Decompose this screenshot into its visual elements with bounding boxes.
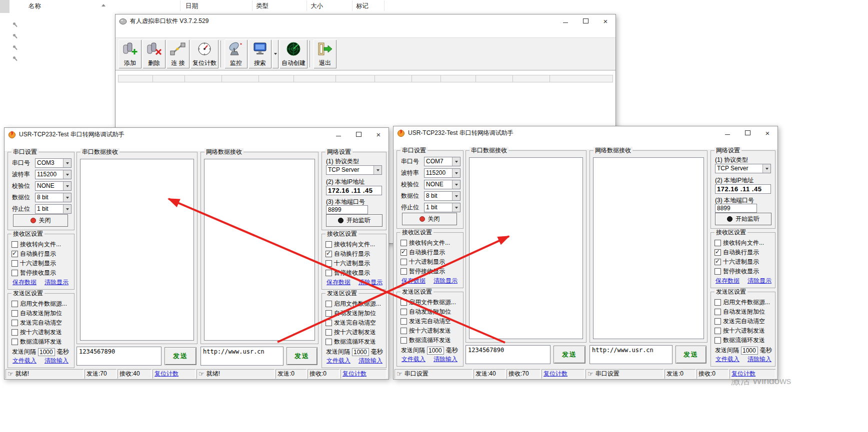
net-send-input[interactable] [200,347,284,366]
setting-select[interactable]: 1 bit [35,204,72,214]
table-header-cell[interactable] [375,75,412,82]
save-data-link[interactable]: 保存数据 [716,277,740,285]
explorer-column-name[interactable]: 名称 [28,2,41,10]
chevron-down-icon[interactable] [762,164,770,173]
maximize-button[interactable] [738,126,758,139]
setting-select[interactable]: COM7 [424,157,460,166]
setting-select[interactable]: 8 bit [424,191,460,201]
explorer-column-date[interactable]: 日期 [186,2,198,10]
checkbox[interactable]: 暂停接收显示 [326,268,385,278]
net-send-button[interactable]: 发送 [286,347,318,365]
table-header-cell[interactable] [550,75,613,82]
checkbox[interactable]: 按十六进制发送 [400,326,462,336]
checkbox[interactable]: 十六进制显示 [714,257,774,267]
minimize-button[interactable] [718,126,738,139]
explorer-column-type[interactable]: 类型 [256,2,268,10]
net-send-button[interactable]: 发送 [676,346,706,364]
checkbox[interactable]: 发送完自动清空 [12,318,73,328]
load-file-link[interactable]: 文件载入 [402,355,426,364]
table-header-cell[interactable] [441,75,476,82]
window-titlebar[interactable]: USR-TCP232-Test 串口转网络调试助手 × [394,126,778,139]
search-button[interactable]: 搜索 [248,39,272,68]
serial-recv-area[interactable] [469,157,583,339]
chevron-down-icon[interactable] [452,192,460,200]
port-table-row[interactable] [118,82,613,91]
serial-send-button[interactable]: 发送 [554,346,586,364]
interval-input[interactable] [352,348,369,356]
checkbox[interactable]: 接收转向文件... [326,240,385,249]
search-dropdown-arrow[interactable] [272,39,278,68]
reset-count-link[interactable]: 复位计数 [732,370,756,378]
interval-input[interactable] [741,347,758,355]
setting-select[interactable]: NONE [35,181,72,191]
explorer-column-tags[interactable]: 标记 [356,2,368,10]
exit-button[interactable]: 退出 [314,39,336,68]
table-header-cell[interactable] [118,75,153,82]
checkbox[interactable]: 自动换行显示 [12,249,73,259]
chevron-down-icon[interactable] [63,193,71,202]
chevron-down-icon[interactable] [63,159,71,167]
window-titlebar[interactable]: USR-TCP232-Test 串口转网络调试助手 × [4,128,388,141]
serial-send-input[interactable] [466,345,550,364]
table-header-cell[interactable] [336,75,375,82]
clear-input-link[interactable]: 清除输入 [434,355,458,364]
checkbox[interactable]: 数据流循环发送 [326,337,385,347]
checkbox[interactable]: 暂停接收显示 [400,267,462,276]
checkbox[interactable]: 启用文件数据源... [714,298,774,307]
serial-send-button[interactable]: 发送 [164,347,196,365]
checkbox[interactable]: 按十六进制发送 [326,328,385,337]
start-listen-button[interactable]: 开始监听 [326,214,382,227]
connect-button[interactable]: 连 接 [166,39,190,68]
checkbox[interactable]: 发送完自动清空 [400,317,462,326]
clear-input-link[interactable]: 清除输入 [44,357,68,365]
table-header-cell[interactable] [153,75,185,82]
checkbox[interactable]: 数据流循环发送 [714,336,774,345]
checkbox[interactable]: 自动换行显示 [714,248,774,257]
setting-select[interactable]: 1 bit [424,203,460,212]
local-ip-input[interactable] [715,184,771,194]
chevron-down-icon[interactable] [374,166,382,174]
maximize-button[interactable] [576,14,596,27]
checkbox[interactable]: 十六进制显示 [12,259,73,268]
clear-display-link[interactable]: 清除显示 [44,278,68,287]
checkbox[interactable]: 自动发送附加位 [326,309,385,318]
serial-recv-area[interactable] [80,159,194,341]
table-header-cell[interactable] [294,75,336,82]
checkbox[interactable]: 自动换行显示 [400,248,462,257]
reset-count-button[interactable]: 复位计数 [190,39,218,68]
setting-select[interactable]: 115200 [35,170,72,179]
clear-display-link[interactable]: 清除显示 [748,277,772,285]
checkbox[interactable]: 接收转向文件... [400,238,462,248]
interval-input[interactable] [38,348,55,356]
close-button[interactable]: × [596,14,616,27]
chevron-down-icon[interactable] [63,182,71,190]
clear-input-link[interactable]: 清除输入 [748,355,772,364]
checkbox[interactable]: 按十六进制发送 [12,328,73,337]
load-file-link[interactable]: 文件载入 [326,357,350,365]
checkbox[interactable]: 十六进制显示 [400,257,462,267]
save-data-link[interactable]: 保存数据 [402,277,426,285]
local-ip-input[interactable] [326,186,382,195]
local-port-input[interactable] [326,205,368,214]
close-button[interactable]: × [368,128,388,141]
checkbox[interactable]: 自动发送附加位 [12,309,73,318]
net-recv-area[interactable] [204,159,315,341]
interval-input[interactable] [427,347,444,355]
maximize-button[interactable] [348,128,368,141]
checkbox[interactable]: 发送完自动清空 [714,317,774,326]
table-header-cell[interactable] [259,75,294,82]
load-file-link[interactable]: 文件载入 [716,355,740,364]
clear-input-link[interactable]: 清除输入 [358,357,382,365]
chevron-down-icon[interactable] [452,203,460,212]
setting-select[interactable]: COM3 [35,158,72,168]
serial-close-button[interactable]: 关闭 [402,213,457,225]
checkbox[interactable]: 十六进制显示 [326,259,385,268]
checkbox[interactable]: 数据流循环发送 [12,337,73,347]
add-port-button[interactable]: 添加 [118,39,142,68]
clear-display-link[interactable]: 清除显示 [358,278,382,287]
checkbox[interactable]: 自动发送附加位 [400,307,462,317]
chevron-down-icon[interactable] [63,170,71,179]
chevron-down-icon[interactable] [63,205,71,213]
setting-select[interactable]: 8 bit [35,193,72,202]
minimize-button[interactable] [328,128,348,141]
